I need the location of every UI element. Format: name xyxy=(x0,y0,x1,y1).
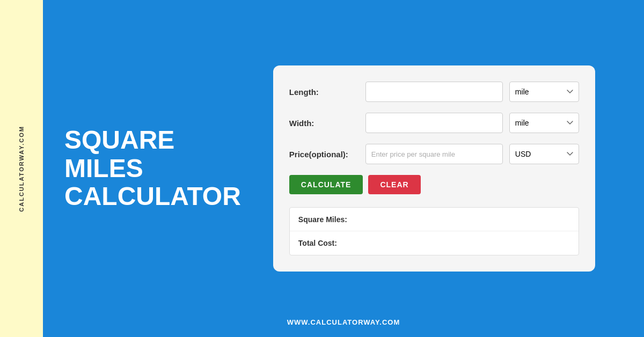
price-input[interactable] xyxy=(365,144,503,164)
footer-url: WWW.CALCULATORWAY.COM xyxy=(287,318,400,326)
results-section: Square Miles: Total Cost: xyxy=(289,207,579,255)
square-miles-label: Square Miles: xyxy=(298,215,384,224)
calculator-card: Length: mile km yard feet inch Width: mi… xyxy=(273,65,595,272)
currency-select[interactable]: USD EUR GBP xyxy=(509,144,579,164)
left-stripe: CALCULATORWAY.COM xyxy=(0,0,43,337)
width-row: Width: mile km yard feet inch xyxy=(289,113,579,133)
page-title: SQUARE MILES CALCULATOR xyxy=(64,126,241,211)
length-input[interactable] xyxy=(365,82,503,102)
width-label: Width: xyxy=(289,119,359,128)
length-unit-select[interactable]: mile km yard feet inch xyxy=(509,82,579,102)
brand-text: CALCULATORWAY.COM xyxy=(18,126,25,212)
total-cost-label: Total Cost: xyxy=(298,239,384,247)
buttons-row: CALCULATE CLEAR xyxy=(289,175,579,194)
total-cost-result-row: Total Cost: xyxy=(290,231,579,255)
length-row: Length: mile km yard feet inch xyxy=(289,82,579,102)
title-section: SQUARE MILES CALCULATOR xyxy=(64,126,241,211)
width-unit-select[interactable]: mile km yard feet inch xyxy=(509,113,579,133)
price-label: Price(optional): xyxy=(289,150,359,159)
clear-button[interactable]: CLEAR xyxy=(368,175,420,194)
width-input[interactable] xyxy=(365,113,503,133)
length-label: Length: xyxy=(289,87,359,97)
main-content: SQUARE MILES CALCULATOR Length: mile km … xyxy=(43,0,644,337)
price-row: Price(optional): USD EUR GBP xyxy=(289,144,579,164)
calculate-button[interactable]: CALCULATE xyxy=(289,175,363,194)
square-miles-result-row: Square Miles: xyxy=(290,208,579,231)
